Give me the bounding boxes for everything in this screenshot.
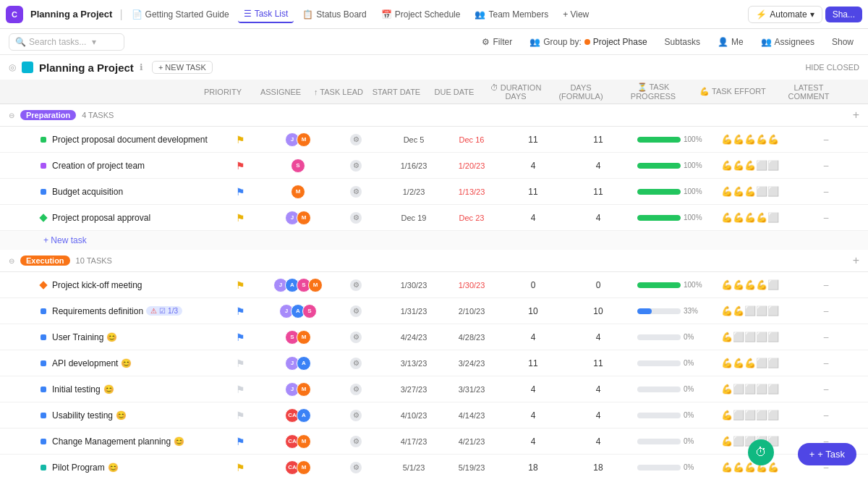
latest-comment: – (790, 384, 862, 394)
effort-value: 💪💪💪💪⬜ (710, 212, 790, 223)
table-row[interactable]: Requirements definition⚠☑ 1/3⚑JAS⚙1/31/2… (0, 298, 868, 324)
duration-value: 4 (501, 436, 566, 447)
collapse-icon[interactable]: ◎ (9, 62, 16, 72)
avatar-stack: SM (285, 330, 311, 345)
due-date: 5/19/23 (443, 463, 501, 472)
gear-icon[interactable]: ⚙ (350, 332, 362, 343)
effort-value: 💪💪⬜⬜⬜ (710, 305, 790, 316)
effort-value: 💪💪💪⬜⬜ (710, 160, 790, 171)
gear-icon[interactable]: ⚙ (350, 410, 362, 421)
filter-button[interactable]: ⚙ Filter (476, 35, 518, 49)
task-emoji: 😊 (106, 332, 117, 342)
info-icon[interactable]: ℹ (140, 62, 143, 72)
section-add-icon[interactable]: + (853, 254, 859, 267)
avatar-stack: JM (285, 132, 311, 147)
new-task-button[interactable]: + NEW TASK (152, 61, 213, 74)
latest-comment: – (790, 187, 862, 197)
gear-icon[interactable]: ⚙ (350, 384, 362, 395)
tab-task-list[interactable]: ☰ Task List (238, 6, 294, 23)
tab-team-members[interactable]: 👥 Team Members (469, 7, 554, 22)
gear-icon[interactable]: ⚙ (350, 358, 362, 369)
add-task-button[interactable]: + + Task (798, 443, 856, 465)
avatar: A (297, 356, 311, 371)
table-row[interactable]: Usability testing😊⚑CAA⚙4/10/234/14/23440… (0, 402, 868, 429)
table-row[interactable]: Initial testing😊⚑JM⚙3/27/233/31/23440%💪⬜… (0, 376, 868, 402)
subtasks-button[interactable]: Subtasks (659, 35, 706, 49)
priority-flag: ⚑ (236, 410, 245, 421)
priority-flag: ⚑ (236, 186, 245, 198)
section-preparation[interactable]: ⊖ Preparation 4 TASKS + (0, 104, 868, 127)
show-button[interactable]: Show (826, 35, 859, 49)
task-color-indicator (41, 334, 46, 340)
gear-icon[interactable]: ⚙ (350, 160, 362, 172)
automate-button[interactable]: ⚡ Automate ▾ (748, 6, 822, 23)
avatar-stack: CAM (285, 460, 311, 475)
me-button[interactable]: 👤 Me (712, 35, 749, 49)
latest-comment: – (790, 358, 862, 368)
app-logo: C (6, 6, 23, 23)
gear-icon[interactable]: ⚙ (350, 436, 362, 447)
tab-status-board[interactable]: 📋 Status Board (297, 7, 372, 22)
tab-label: Status Board (316, 9, 366, 20)
start-date: Dec 19 (385, 214, 443, 222)
page-title: Planning a Project (39, 62, 134, 74)
section-add-icon[interactable]: + (853, 109, 859, 122)
assignees-button[interactable]: 👥 Assignees (755, 35, 820, 49)
effort-value: 💪💪💪💪💪 (710, 462, 790, 473)
duration-value: 0 (501, 280, 566, 290)
hide-closed-button[interactable]: HIDE CLOSED (805, 63, 859, 72)
execution-count: 10 TASKS (76, 256, 112, 265)
gear-icon[interactable]: ⚙ (350, 279, 362, 291)
col-formula-header: DAYS (FORMULA) (548, 83, 613, 101)
progress-bar: 0% (631, 359, 710, 367)
task-name: Project proposal document development (46, 135, 211, 145)
timer-button[interactable]: ⏱ (748, 439, 774, 465)
avatar-stack: M (291, 185, 305, 199)
table-row[interactable]: Change Management planning😊⚑CAM⚙4/17/234… (0, 429, 868, 455)
gear-icon[interactable]: ⚙ (350, 462, 362, 473)
tab-project-schedule[interactable]: 📅 Project Schedule (375, 7, 467, 22)
table-row[interactable]: Project proposal approval⚑JM⚙Dec 19Dec 2… (0, 205, 868, 231)
progress-bar: 0% (631, 333, 710, 341)
task-name: Requirements definition⚠☑ 1/3 (46, 306, 211, 316)
avatar: M (297, 132, 311, 147)
gear-icon[interactable]: ⚙ (350, 212, 362, 224)
table-row[interactable]: Pilot Program😊⚑CAM⚙5/1/235/19/2318180%💪💪… (0, 455, 868, 476)
subtask-badge: ⚠☑ 1/3 (146, 306, 182, 316)
duration-value: 4 (501, 332, 566, 342)
group-by-button[interactable]: 👥 Group by: Project Phase (524, 35, 652, 49)
task-color-indicator (41, 387, 46, 392)
table-row[interactable]: Creation of project team⚑S⚙1/16/231/20/2… (0, 153, 868, 179)
doc-icon: 📄 (132, 9, 142, 20)
formula-value: 10 (566, 306, 631, 316)
latest-comment: – (790, 135, 862, 145)
avatar: M (297, 330, 311, 345)
filter-icon: ⚙ (482, 37, 490, 47)
prep-new-task[interactable]: + New task (0, 231, 868, 250)
table-row[interactable]: User Training😊⚑SM⚙4/24/234/28/23440%💪⬜⬜⬜… (0, 324, 868, 350)
progress-bar: 33% (631, 307, 710, 315)
tab-add-view[interactable]: + View (557, 7, 595, 22)
table-row[interactable]: Project kick-off meeting⚑JASM⚙1/30/231/3… (0, 272, 868, 298)
table-row[interactable]: API development😊⚑JA⚙3/13/233/24/2311110%… (0, 350, 868, 376)
gear-icon[interactable]: ⚙ (350, 186, 362, 198)
section-execution[interactable]: ⊖ Execution 10 TASKS + (0, 250, 868, 272)
due-date: 1/30/23 (443, 281, 501, 290)
priority-flag: ⚑ (236, 305, 245, 317)
gear-icon[interactable]: ⚙ (350, 134, 362, 145)
latest-comment: – (790, 280, 862, 290)
search-bar[interactable]: 🔍 Search tasks... ▾ (9, 33, 124, 51)
share-button[interactable]: Sha... (825, 7, 862, 22)
gear-icon[interactable]: ⚙ (350, 305, 362, 317)
effort-value: 💪⬜⬜⬜⬜ (710, 384, 790, 394)
table-row[interactable]: Project proposal document development⚑JM… (0, 127, 868, 153)
start-date: 1/31/23 (385, 307, 443, 316)
latest-comment: – (790, 213, 862, 223)
task-name: Creation of project team (46, 161, 211, 171)
tab-getting-started[interactable]: 📄 Getting Started Guide (126, 7, 235, 22)
formula-value: 0 (566, 280, 631, 290)
priority-flag: ⚑ (236, 384, 245, 395)
table-row[interactable]: Budget acquisition⚑M⚙1/2/231/13/23111110… (0, 179, 868, 205)
priority-flag: ⚑ (236, 436, 245, 447)
avatar-stack: JAS (279, 304, 317, 318)
